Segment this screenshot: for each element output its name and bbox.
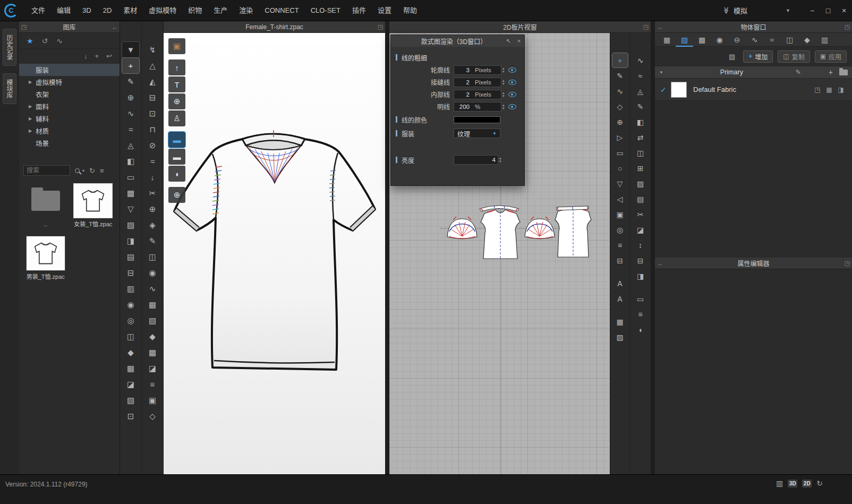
print-layout-icon[interactable]: ⊡ <box>122 408 139 424</box>
add-library-icon[interactable]: + <box>95 52 99 60</box>
mn-sewing-icon[interactable]: ◬ <box>633 84 648 98</box>
close-button[interactable]: × <box>836 0 852 21</box>
canvas-3d[interactable]: ▣ ↑ T ⊕ ♙ ▬ ▬ ◖ ⊕ <box>164 33 385 474</box>
fabric-texture-icon[interactable]: ▦ <box>823 86 835 93</box>
texture-edit-icon[interactable]: ▨ <box>612 330 628 344</box>
search-caret-icon[interactable]: ▾ <box>82 168 84 173</box>
menu-2d[interactable]: 2D <box>97 0 118 21</box>
dock-icon[interactable]: ↖ <box>503 38 514 45</box>
tree-item-trims[interactable]: ▶ 辅料 <box>19 113 120 125</box>
group-caret-icon[interactable]: ▼ <box>659 70 668 75</box>
edit-pattern-icon[interactable]: ✎ <box>612 69 628 83</box>
graphic-tab-icon[interactable]: ▩ <box>693 33 711 47</box>
wrinkle-tool-icon[interactable]: ▨ <box>122 217 139 233</box>
toggle-3d-badge[interactable]: 3D <box>788 480 797 488</box>
hanger-icon[interactable]: ⊓ <box>144 122 161 137</box>
add-fabric-button[interactable]: + 增加 <box>743 50 773 63</box>
fabric-view-icon[interactable]: ▬ <box>168 132 185 148</box>
binding-second-icon[interactable]: ◪ <box>144 361 161 376</box>
library-float-icon[interactable]: ◳ <box>19 23 29 30</box>
trim-tool-icon[interactable]: ◆ <box>122 345 139 360</box>
topstitch-tab-icon[interactable]: ∿ <box>746 33 763 47</box>
maximize-button[interactable]: □ <box>820 0 836 21</box>
cut-sew-icon[interactable]: ✂ <box>633 207 648 221</box>
pin-tool-icon[interactable]: ⊕ <box>122 90 139 105</box>
notch-tool-icon[interactable]: ⊟ <box>612 253 628 268</box>
puckering-tab-icon[interactable]: ≈ <box>763 33 781 47</box>
property-editor-forward-icon[interactable]: → <box>655 260 664 267</box>
fold-arrangement-icon[interactable]: ◧ <box>122 153 139 169</box>
list-view-icon[interactable]: ≡ <box>100 167 104 175</box>
grain-line-icon[interactable]: ↕ <box>633 238 648 252</box>
select-mesh-icon[interactable]: ✎ <box>122 74 139 89</box>
texture-tool-icon[interactable]: ▦ <box>144 297 161 312</box>
show-garment-icon[interactable]: T <box>168 76 185 92</box>
simulation-chevron-icon[interactable]: ≫ <box>723 7 731 14</box>
trace-tool-icon[interactable]: ▨ <box>633 176 648 191</box>
library-back-icon[interactable]: ← <box>110 24 120 30</box>
visibility-eye-icon[interactable] <box>508 104 516 109</box>
fabric-list-item[interactable]: ✓ Default Fabric ◳ ▦ ◨ <box>655 79 852 101</box>
line-width-input[interactable]: 2 Pixels <box>454 90 501 99</box>
visibility-eye-icon[interactable] <box>508 80 516 85</box>
pattern-grid-icon[interactable]: ▦ <box>612 314 628 329</box>
zipper-tab-icon[interactable]: ◫ <box>781 33 798 47</box>
base-line-icon[interactable]: ≡ <box>612 238 628 252</box>
show-avatar-icon[interactable]: ♙ <box>168 110 185 126</box>
surface-view-icon[interactable]: ▣ <box>168 38 185 54</box>
library-sync-icon[interactable]: ↺ <box>42 37 48 45</box>
menu-connect[interactable]: CONNECT <box>259 0 304 21</box>
reset-arrangement-icon[interactable]: ↑ <box>168 59 185 75</box>
text-tool-icon[interactable]: A <box>612 276 628 291</box>
download-icon[interactable]: ↓ <box>84 52 88 60</box>
apply-fabric-button[interactable]: ▣ 应用 <box>815 50 847 63</box>
value-stepper[interactable]: ▴ ▾ <box>502 67 505 73</box>
internal-circle-icon[interactable]: ◎ <box>612 223 628 237</box>
sewing-free-icon[interactable]: ≈ <box>122 122 139 137</box>
animation-icon[interactable]: ↯ <box>144 42 161 57</box>
favorites-star-icon[interactable]: ★ <box>27 37 33 45</box>
fold-2d-icon[interactable]: ◧ <box>633 115 648 129</box>
library-trims-icon[interactable]: ∿ <box>56 37 63 45</box>
fabric-group-header[interactable]: ▼ Primary ✎ + <box>655 66 852 79</box>
search-icon[interactable] <box>75 168 80 173</box>
collapse-toolbar-icon[interactable]: ▼ <box>122 42 139 57</box>
viewport-3d-float-icon[interactable]: ◳ <box>376 23 385 30</box>
tree-item-material[interactable]: ▶ 材质 <box>19 125 120 137</box>
pattern-tab-icon[interactable]: ▦ <box>658 33 676 47</box>
rectangle-tool-icon[interactable]: ▭ <box>612 146 628 160</box>
menu-settings[interactable]: 设置 <box>372 0 397 21</box>
menu-help[interactable]: 帮助 <box>397 0 423 21</box>
layout-columns-icon[interactable]: ▥ <box>776 479 783 488</box>
bone-tool-icon[interactable]: ◇ <box>144 408 161 424</box>
value-stepper[interactable]: ▴ ▾ <box>502 79 505 86</box>
trim-tab-icon[interactable]: ◆ <box>798 33 816 47</box>
fabric-options-icon[interactable]: ◨ <box>835 86 847 93</box>
visibility-eye-icon[interactable] <box>508 92 516 97</box>
avatar-tape-icon[interactable]: ⊟ <box>144 90 161 105</box>
minimize-button[interactable]: − <box>804 0 820 21</box>
add-point-icon[interactable]: ⊕ <box>612 115 628 129</box>
print-area-icon[interactable]: ▭ <box>633 292 648 306</box>
line-width-input[interactable]: 2 Pixels <box>454 78 501 87</box>
copy-fabric-button[interactable]: ◫ 复制 <box>778 50 810 63</box>
piping-tab-icon[interactable]: ▥ <box>816 33 833 47</box>
buttonhole-tab-icon[interactable]: ⊖ <box>728 33 746 47</box>
expand-caret-icon[interactable]: ▶ <box>29 129 36 133</box>
binding-tool-icon[interactable]: ◪ <box>122 377 139 392</box>
pins-icon[interactable]: ⊕ <box>144 201 161 217</box>
show-environment-icon[interactable]: ⊕ <box>168 187 185 203</box>
fabric-swatch[interactable] <box>671 82 687 98</box>
measure-second-icon[interactable]: ≡ <box>144 377 161 392</box>
internal-rectangle-icon[interactable]: ▣ <box>612 207 628 221</box>
brightness-input[interactable]: 4 <box>454 155 498 165</box>
undo-library-icon[interactable]: ↩ <box>106 52 112 60</box>
search-input[interactable] <box>23 165 70 176</box>
fit-map-icon[interactable]: ▤ <box>122 249 139 264</box>
free-sewing-icon[interactable]: ≈ <box>633 69 648 83</box>
polygon-tool-icon[interactable]: ▷ <box>612 130 628 144</box>
value-stepper[interactable]: ▴ ▾ <box>502 91 505 98</box>
simulate-caret-icon[interactable]: ▼ <box>786 8 790 13</box>
menu-render[interactable]: 渲染 <box>233 0 259 21</box>
menu-edit[interactable]: 编辑 <box>51 0 76 21</box>
